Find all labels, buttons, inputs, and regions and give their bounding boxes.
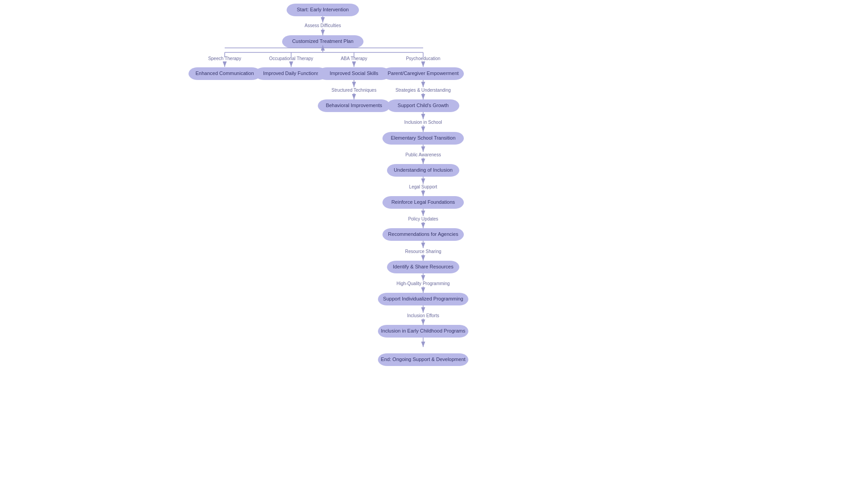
inclusion-efforts-label: Inclusion Efforts [407,313,439,318]
inclusion-early-text: Inclusion in Early Childhood Programs [381,328,466,333]
understanding-text: Understanding of Inclusion [394,167,453,173]
behavioral-text: Behavioral Improvements [326,103,382,108]
identify-text: Identify & Share Resources [393,264,453,269]
policy-label: Policy Updates [408,216,439,221]
aba-therapy-label: ABA Therapy [341,56,368,61]
recommendations-text: Recommendations for Agencies [388,231,458,237]
elementary-text: Elementary School Transition [391,135,455,141]
strategies-label: Strategies & Understanding [396,88,451,93]
start-label: Start: Early Intervention [297,7,349,12]
public-awareness-label: Public Awareness [406,152,441,157]
resource-sharing-label: Resource Sharing [405,249,441,254]
assess-label: Assess Difficulties [305,23,341,28]
diagram-container: Start: Early Intervention Assess Difficu… [0,0,868,488]
speech-therapy-label: Speech Therapy [208,56,241,61]
reinforce-text: Reinforce Legal Foundations [392,199,455,205]
improved-social-text: Improved Social Skills [330,70,378,76]
psycho-label: Psychoeducation [406,56,440,61]
occ-therapy-label: Occupational Therapy [269,56,313,61]
parent-text: Parent/Caregiver Empowerment [387,70,458,76]
inclusion-school-label: Inclusion in School [404,120,442,125]
legal-support-label: Legal Support [409,184,437,189]
improved-daily-text: Improved Daily Functions [263,70,320,76]
high-quality-label: High-Quality Programming [396,281,450,286]
end-text: End: Ongoing Support & Development [381,357,465,362]
structured-label: Structured Techniques [331,88,376,93]
enhanced-comm-text: Enhanced Communication [195,70,254,76]
customized-label: Customized Treatment Plan [292,38,354,44]
support-child-text: Support Child's Growth [398,103,449,108]
support-indiv-text: Support Individualized Programming [383,296,463,301]
